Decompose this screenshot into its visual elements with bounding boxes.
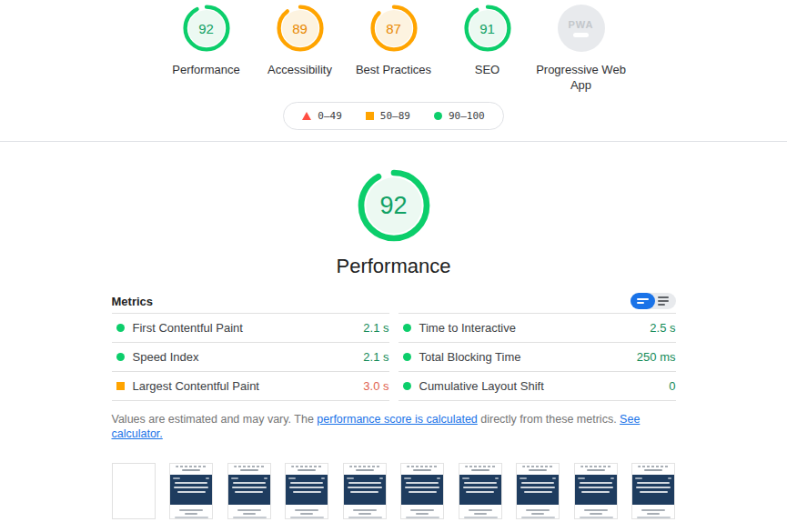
metric-status-icon <box>403 382 411 390</box>
filmstrip-frame <box>343 463 387 519</box>
metrics-column-left: First Contentful Paint 2.1 s Speed Index… <box>112 313 389 401</box>
disclaimer-text: Values are estimated and may vary. The <box>112 413 318 426</box>
pwa-badge-icon: PWA <box>558 5 605 52</box>
disclaimer-text: directly from these metrics. <box>478 413 620 426</box>
metric-status-icon <box>116 353 125 361</box>
category-gauges: 92 Performance 89 Accessibility 87 <box>0 5 787 93</box>
legend-average: 50–89 <box>366 110 410 122</box>
legend-fail: 0–49 <box>302 110 342 122</box>
category-label: Best Practices <box>356 62 431 77</box>
category-gauge-performance[interactable]: 92 Performance <box>159 5 253 93</box>
category-score: 89 <box>277 5 324 52</box>
legend-range: 90–100 <box>449 110 485 122</box>
metrics-header: Metrics <box>112 289 676 313</box>
metric-first-contentful-paint: First Contentful Paint 2.1 s <box>112 314 389 343</box>
best-practices-gauge-icon: 87 <box>370 5 418 52</box>
legend-range: 50–89 <box>380 110 410 122</box>
category-label: Accessibility <box>267 62 332 77</box>
seo-gauge-icon: 91 <box>464 5 511 52</box>
metric-status-icon <box>116 324 125 332</box>
filmstrip-frame <box>631 463 675 519</box>
category-label: Progressive Web App <box>534 62 628 93</box>
legend-pass: 90–100 <box>434 110 485 122</box>
performance-section-title: Performance <box>337 255 451 278</box>
metric-time-to-interactive: Time to Interactive 2.5 s <box>399 314 676 343</box>
condensed-view-button[interactable] <box>631 293 655 309</box>
filmstrip-frame <box>516 463 560 519</box>
performance-gauge-icon: 92 <box>183 5 230 52</box>
performance-score-gauge: 92 <box>358 169 430 242</box>
category-score: 91 <box>464 5 511 52</box>
filmstrip-frame <box>574 463 618 519</box>
filmstrip-frame <box>285 463 328 519</box>
category-score: 92 <box>183 5 230 52</box>
category-label: Performance <box>172 62 239 77</box>
score-calculation-link[interactable]: performance score is calculated <box>317 413 477 426</box>
metrics-disclaimer: Values are estimated and may vary. The p… <box>112 412 676 441</box>
performance-summary: 92 Performance <box>112 169 676 278</box>
expanded-view-button[interactable] <box>655 293 676 309</box>
filmstrip-frame <box>169 463 213 519</box>
metrics-table: First Contentful Paint 2.1 s Speed Index… <box>112 313 676 401</box>
score-legend: 0–49 50–89 90–100 <box>283 102 503 130</box>
category-label: SEO <box>475 62 499 77</box>
scores-header: 92 Performance 89 Accessibility 87 <box>0 0 787 142</box>
category-score: 87 <box>370 5 418 52</box>
pwa-dash-icon <box>573 33 589 37</box>
filmstrip-frame <box>459 463 502 519</box>
metric-status-icon <box>116 382 125 390</box>
performance-score: 92 <box>358 169 430 242</box>
metric-cumulative-layout-shift: Cumulative Layout Shift 0 <box>399 372 676 401</box>
filmstrip-frame <box>227 463 271 519</box>
legend-range: 0–49 <box>318 110 342 122</box>
metrics-heading: Metrics <box>112 295 154 308</box>
metric-largest-contentful-paint: Largest Contentful Paint 3.0 s <box>112 372 389 401</box>
metric-total-blocking-time: Total Blocking Time 250 ms <box>399 343 676 372</box>
fail-triangle-icon <box>302 112 311 120</box>
category-gauge-best-practices[interactable]: 87 Best Practices <box>347 5 440 93</box>
metric-speed-index: Speed Index 2.1 s <box>112 343 389 372</box>
filmstrip-frame <box>400 463 444 519</box>
category-gauge-seo[interactable]: 91 SEO <box>440 5 534 93</box>
average-square-icon <box>366 112 374 120</box>
metrics-column-right: Time to Interactive 2.5 s Total Blocking… <box>399 313 676 401</box>
filmstrip-frame <box>112 463 156 519</box>
metrics-view-toggle[interactable] <box>631 293 676 309</box>
condensed-view-icon <box>637 298 649 300</box>
pass-circle-icon <box>434 112 442 120</box>
metric-status-icon <box>403 353 411 361</box>
pwa-logo-text: PWA <box>568 19 593 30</box>
category-pwa[interactable]: PWA Progressive Web App <box>534 5 628 93</box>
filmstrip <box>112 463 676 519</box>
accessibility-gauge-icon: 89 <box>277 5 324 52</box>
expanded-view-icon <box>658 296 669 298</box>
metric-status-icon <box>403 324 411 332</box>
performance-report: 92 Performance Metrics First Contentful … <box>112 169 676 532</box>
category-gauge-accessibility[interactable]: 89 Accessibility <box>253 5 347 93</box>
